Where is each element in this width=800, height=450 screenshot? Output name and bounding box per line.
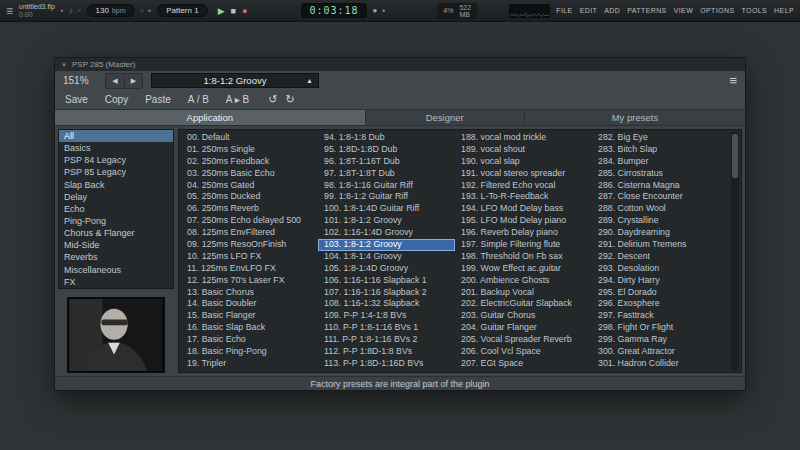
preset-item[interactable]: 94. 1:8-1:8 Dub: [318, 132, 455, 144]
preset-item[interactable]: 197. Simple Filtering flute: [455, 239, 592, 251]
menu-item[interactable]: ADD: [604, 7, 620, 14]
preset-item[interactable]: 284. Bumper: [592, 156, 729, 168]
preset-item[interactable]: 291. Delirium Tremens: [592, 239, 729, 251]
save-button[interactable]: Save: [65, 94, 88, 105]
preset-item[interactable]: 12. 125ms 70's Laser FX: [181, 275, 318, 287]
preset-item[interactable]: 288. Cotton Wool: [592, 203, 729, 215]
preset-tab[interactable]: My presets: [525, 110, 745, 125]
preset-item[interactable]: 06. 250ms Reverb: [181, 203, 318, 215]
preset-scrollbar[interactable]: [731, 132, 739, 370]
category-item[interactable]: Mid-Side: [59, 239, 173, 251]
preset-item[interactable]: 191. vocal stereo spreader: [455, 168, 592, 180]
preset-item[interactable]: 194. LFO Mod Delay bass: [455, 203, 592, 215]
preset-item[interactable]: 294. Dirty Harry: [592, 275, 729, 287]
preset-item[interactable]: 108. 1:16-1:32 Slapback: [318, 298, 455, 310]
preset-item[interactable]: 101. 1:8-1:2 Groovy: [318, 215, 455, 227]
preset-item[interactable]: 104. 1:8-1:4 Groovy: [318, 251, 455, 263]
plugin-titlebar[interactable]: ▼ PSP 285 (Master): [55, 58, 745, 71]
preset-item[interactable]: 189. vocal shout: [455, 144, 592, 156]
menu-item[interactable]: EDIT: [580, 7, 598, 14]
preset-item[interactable]: 109. P-P 1:4-1:8 BVs: [318, 310, 455, 322]
preset-item[interactable]: 207. EGt Space: [455, 358, 592, 370]
preset-item[interactable]: 300. Great Attractor: [592, 346, 729, 358]
menu-item[interactable]: PATTERNS: [627, 7, 667, 14]
preset-item[interactable]: 293. Desolation: [592, 263, 729, 275]
toolbar-icon[interactable]: ●: [373, 6, 378, 15]
pattern-selector[interactable]: Pattern 1: [157, 4, 207, 17]
preset-item[interactable]: 192. Filtered Echo vocal: [455, 180, 592, 192]
category-item[interactable]: All: [59, 130, 173, 142]
preset-item[interactable]: 100. 1:8-1:4D Guitar Riff: [318, 203, 455, 215]
preset-item[interactable]: 283. Bitch Slap: [592, 144, 729, 156]
preset-item[interactable]: 203. Guitar Chorus: [455, 310, 592, 322]
menu-item[interactable]: VIEW: [674, 7, 694, 14]
preset-item[interactable]: 04. 250ms Gated: [181, 180, 318, 192]
menu-item[interactable]: OPTIONS: [700, 7, 734, 14]
preset-item[interactable]: 301. Hadron Collider: [592, 358, 729, 370]
preset-item[interactable]: 01. 250ms Single: [181, 144, 318, 156]
preset-item[interactable]: 287. Close Encounter: [592, 191, 729, 203]
preset-item[interactable]: 195. LFO Mod Delay piano: [455, 215, 592, 227]
toolbar-icon[interactable]: ▪: [382, 6, 385, 15]
paste-button[interactable]: Paste: [145, 94, 171, 105]
preset-item[interactable]: 204. Guitar Flanger: [455, 322, 592, 334]
preset-item[interactable]: 292. Descent: [592, 251, 729, 263]
menu-item[interactable]: HELP: [774, 7, 794, 14]
time-display[interactable]: 0:03:18: [301, 3, 366, 18]
preset-item[interactable]: 188. vocal mod trickle: [455, 132, 592, 144]
category-item[interactable]: Echo: [59, 203, 173, 215]
tempo-display[interactable]: 130 bpm: [87, 4, 135, 17]
menu-item[interactable]: TOOLS: [742, 7, 768, 14]
preset-item[interactable]: 15. Basic Flanger: [181, 310, 318, 322]
preset-item[interactable]: 289. Crystalline: [592, 215, 729, 227]
preset-dropdown[interactable]: 1:8-1:2 Groovy ▲: [151, 73, 319, 88]
preset-item[interactable]: 200. Ambience Ghosts: [455, 275, 592, 287]
preset-item[interactable]: 202. ElectricGuitar Slapback: [455, 298, 592, 310]
category-item[interactable]: PSP 84 Legacy: [59, 154, 173, 166]
preset-item[interactable]: 102. 1:16-1:4D Groovy: [318, 227, 455, 239]
preset-item[interactable]: 98. 1:8-1:16 Guitar Riff: [318, 180, 455, 192]
preset-item[interactable]: 16. Basic Slap Back: [181, 322, 318, 334]
category-item[interactable]: Delay: [59, 191, 173, 203]
preset-tab[interactable]: Designer: [366, 110, 525, 125]
preset-item[interactable]: 206. Cool Vcl Space: [455, 346, 592, 358]
preset-item[interactable]: 296. Exosphere: [592, 298, 729, 310]
preset-item[interactable]: 110. P-P 1:8-1:16 BVs 1: [318, 322, 455, 334]
preset-item[interactable]: 95. 1:8D-1:8D Dub: [318, 144, 455, 156]
preset-item[interactable]: 11. 125ms EnvLFO FX: [181, 263, 318, 275]
toolbar-icon[interactable]: ▫: [141, 6, 144, 15]
plugin-options-icon[interactable]: ▼: [61, 62, 67, 68]
category-item[interactable]: Chorus & Flanger: [59, 227, 173, 239]
preset-item[interactable]: 09. 125ms ResoOnFinish: [181, 239, 318, 251]
preset-item[interactable]: 00. Default: [181, 132, 318, 144]
preset-item[interactable]: 205. Vocal Spreader Reverb: [455, 334, 592, 346]
preset-item[interactable]: 299. Gamma Ray: [592, 334, 729, 346]
copy-button[interactable]: Copy: [105, 94, 128, 105]
preset-item[interactable]: 193. L-To-R-Feedback: [455, 191, 592, 203]
preset-item[interactable]: 290. Daydreaming: [592, 227, 729, 239]
toolbar-icon[interactable]: ♪: [69, 6, 73, 15]
preset-item[interactable]: 295. El Dorado: [592, 287, 729, 299]
preset-item[interactable]: 08. 125ms EnvFiltered: [181, 227, 318, 239]
preset-item[interactable]: 97. 1:8T-1:8T Dub: [318, 168, 455, 180]
preset-item[interactable]: 111. P-P 1:8-1:16 BVs 2: [318, 334, 455, 346]
preset-item[interactable]: 286. Cisterna Magna: [592, 180, 729, 192]
category-item[interactable]: Miscellaneous: [59, 264, 173, 276]
preset-item[interactable]: 297. Fasttrack: [592, 310, 729, 322]
preset-item[interactable]: 03. 250ms Basic Echo: [181, 168, 318, 180]
preset-item[interactable]: 106. 1:16-1:16 Slapback 1: [318, 275, 455, 287]
preset-item[interactable]: 14. Basic Doubler: [181, 298, 318, 310]
preset-item[interactable]: 96. 1:8T-1:16T Dub: [318, 156, 455, 168]
preset-item[interactable]: 190. vocal slap: [455, 156, 592, 168]
preset-item[interactable]: 103. 1:8-1:2 Groovy: [318, 239, 455, 251]
category-item[interactable]: Slap Back: [59, 179, 173, 191]
preset-item[interactable]: 07. 250ms Echo delayed 500: [181, 215, 318, 227]
preset-tab[interactable]: Application: [55, 110, 366, 125]
toolbar-icon[interactable]: ▪: [148, 6, 151, 15]
preset-item[interactable]: 19. Tripler: [181, 358, 318, 370]
preset-item[interactable]: 99. 1:8-1:2 Guitar Riff: [318, 191, 455, 203]
zoom-level[interactable]: 151%: [63, 75, 97, 86]
category-item[interactable]: Basics: [59, 142, 173, 154]
main-menu-icon[interactable]: ≡: [6, 5, 13, 17]
preset-item[interactable]: 10. 125ms LFO FX: [181, 251, 318, 263]
